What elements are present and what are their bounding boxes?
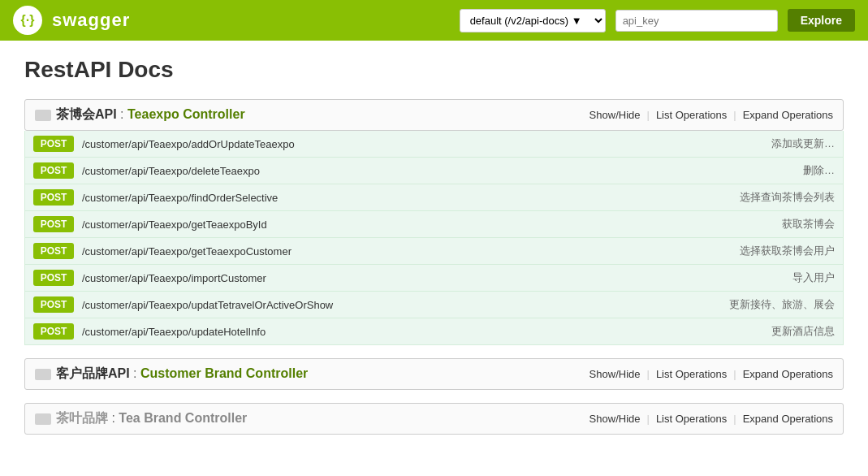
operation-desc: 删除… — [803, 163, 835, 178]
method-badge: POST — [33, 243, 74, 259]
table-row[interactable]: POST/customer/api/Teaexpo/findOrderSelec… — [25, 184, 843, 211]
table-row[interactable]: POST/customer/api/Teaexpo/updateHotelInf… — [25, 318, 843, 344]
controller-section-tea-brand: 茶叶品牌 : Tea Brand ControllerShow/Hide|Lis… — [24, 403, 844, 435]
controller-section-customer-brand: 客户品牌API : Customer Brand ControllerShow/… — [24, 358, 844, 390]
list-operations-customer-brand[interactable]: List Operations — [656, 368, 727, 380]
operation-path: /customer/api/Teaexpo/deleteTeaexpo — [82, 165, 795, 177]
show-hide-customer-brand[interactable]: Show/Hide — [589, 368, 641, 380]
method-badge: POST — [33, 216, 74, 232]
method-badge: POST — [33, 296, 74, 313]
operation-path: /customer/api/Teaexpo/getTeaexpoById — [82, 219, 774, 231]
operation-desc: 更新酒店信息 — [771, 324, 835, 339]
operation-path: /customer/api/Teaexpo/updatTetravelOrAct… — [82, 299, 721, 311]
operation-desc: 选择获取茶博会用户 — [740, 244, 835, 258]
expand-operations-teaexpo[interactable]: Expand Operations — [743, 109, 833, 121]
show-hide-tea-brand[interactable]: Show/Hide — [589, 413, 641, 425]
controller-title-tea-brand: 茶叶品牌 : Tea Brand Controller — [56, 410, 247, 427]
table-row[interactable]: POST/customer/api/Teaexpo/importCustomer… — [25, 265, 843, 292]
operation-path: /customer/api/Teaexpo/updateHotelInfo — [82, 326, 763, 338]
controller-title-customer-brand: 客户品牌API : Customer Brand Controller — [56, 366, 308, 383]
method-badge: POST — [33, 270, 74, 286]
operation-desc: 获取茶博会 — [782, 217, 835, 232]
logo-text: swagger — [52, 10, 130, 31]
api-key-input[interactable] — [615, 10, 778, 32]
table-row[interactable]: POST/customer/api/Teaexpo/deleteTeaexpo删… — [25, 158, 843, 184]
controller-title-teaexpo: 茶博会API : Teaexpo Controller — [56, 106, 245, 123]
controller-header-teaexpo[interactable]: 茶博会API : Teaexpo ControllerShow/Hide|Lis… — [24, 99, 844, 131]
expand-operations-tea-brand[interactable]: Expand Operations — [743, 413, 833, 425]
operations-list-teaexpo: POST/customer/api/Teaexpo/addOrUpdateTea… — [24, 131, 844, 345]
table-row[interactable]: POST/customer/api/Teaexpo/getTeaexpoCust… — [25, 238, 843, 265]
method-badge: POST — [33, 323, 74, 340]
expand-operations-customer-brand[interactable]: Expand Operations — [743, 368, 833, 380]
method-badge: POST — [33, 189, 74, 206]
operation-desc: 更新接待、旅游、展会 — [729, 297, 835, 312]
method-badge: POST — [33, 136, 74, 152]
controller-icon-customer-brand — [35, 369, 51, 380]
url-select[interactable]: default (/v2/api-docs) ▼ — [460, 9, 606, 32]
operation-path: /customer/api/Teaexpo/findOrderSelective — [82, 192, 732, 204]
controller-icon-tea-brand — [35, 413, 51, 425]
main-content: RestAPI Docs 茶博会API : Teaexpo Controller… — [0, 41, 868, 464]
operation-desc: 导入用户 — [792, 270, 835, 285]
table-row[interactable]: POST/customer/api/Teaexpo/getTeaexpoById… — [25, 211, 843, 238]
operation-path: /customer/api/Teaexpo/addOrUpdateTeaexpo — [82, 138, 763, 150]
table-row[interactable]: POST/customer/api/Teaexpo/updatTetravelO… — [25, 292, 843, 318]
explore-button[interactable]: Explore — [788, 9, 855, 32]
app-header: {·} swagger default (/v2/api-docs) ▼ Exp… — [0, 0, 868, 41]
controllers-container: 茶博会API : Teaexpo ControllerShow/Hide|Lis… — [24, 99, 844, 435]
operation-path: /customer/api/Teaexpo/getTeaexpoCustomer — [82, 245, 732, 257]
method-badge: POST — [33, 162, 74, 179]
controller-header-customer-brand[interactable]: 客户品牌API : Customer Brand ControllerShow/… — [24, 358, 844, 390]
operation-desc: 选择查询茶博会列表 — [740, 190, 835, 205]
show-hide-teaexpo[interactable]: Show/Hide — [589, 109, 641, 121]
controller-section-teaexpo: 茶博会API : Teaexpo ControllerShow/Hide|Lis… — [24, 99, 844, 345]
logo-icon: {·} — [13, 6, 42, 35]
controller-header-tea-brand[interactable]: 茶叶品牌 : Tea Brand ControllerShow/Hide|Lis… — [24, 403, 844, 435]
table-row[interactable]: POST/customer/api/Teaexpo/addOrUpdateTea… — [25, 131, 843, 158]
operation-path: /customer/api/Teaexpo/importCustomer — [82, 272, 784, 284]
list-operations-tea-brand[interactable]: List Operations — [656, 413, 727, 425]
operation-desc: 添加或更新… — [771, 136, 835, 151]
list-operations-teaexpo[interactable]: List Operations — [656, 109, 727, 121]
page-title: RestAPI Docs — [24, 57, 844, 83]
controller-icon-teaexpo — [35, 110, 51, 121]
